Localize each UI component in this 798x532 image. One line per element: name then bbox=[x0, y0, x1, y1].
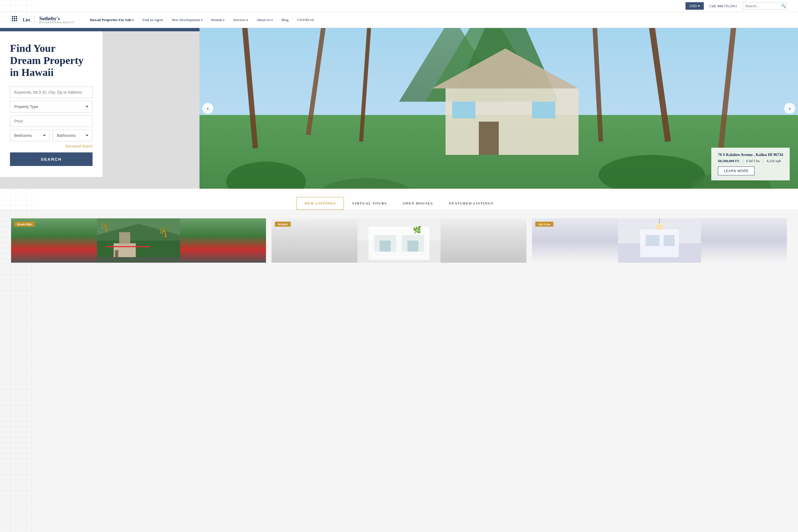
svg-rect-23 bbox=[479, 122, 499, 155]
listing-badge-keolu: Keolu Hills bbox=[14, 222, 35, 227]
tab-open-houses[interactable]: OPEN HOUSES bbox=[395, 197, 441, 210]
usd-button[interactable]: USD ▾ bbox=[685, 2, 704, 10]
svg-point-1 bbox=[14, 16, 15, 17]
property-price: $8,500,000 FS bbox=[718, 159, 739, 163]
svg-text:🌴: 🌴 bbox=[100, 222, 110, 232]
main-nav: Hawaii Properties For Sale ▾ Find an Age… bbox=[86, 16, 787, 24]
svg-point-66 bbox=[656, 223, 663, 230]
logo-divider bbox=[35, 15, 35, 25]
nav-item-rentals[interactable]: Rentals ▾ bbox=[207, 16, 229, 24]
svg-text:🌴: 🌴 bbox=[158, 226, 170, 238]
listing-card-waikiki[interactable]: 🌿 Waikiki bbox=[271, 218, 527, 263]
search-button[interactable]: SEARCH bbox=[10, 152, 93, 166]
listing-badge-saltlake: Salt Lake bbox=[535, 222, 553, 227]
carousel-prev-button[interactable]: ‹ bbox=[202, 103, 213, 114]
call-text: Call: 808.735.2411 bbox=[709, 4, 737, 8]
logo-sub: INTERNATIONAL REALTY bbox=[39, 22, 75, 24]
logo-sothebys: Sotheby's bbox=[39, 16, 75, 22]
svg-rect-21 bbox=[445, 89, 578, 155]
logo-dots-icon bbox=[11, 15, 20, 25]
property-address: 76 S Kalaheo Avenue , Kailua HI 96734 bbox=[718, 153, 783, 157]
svg-rect-25 bbox=[532, 102, 555, 118]
nav-item-find-agent[interactable]: Find an Agent bbox=[138, 16, 167, 24]
search-box-top: 🔍 bbox=[743, 2, 787, 10]
nav-item-covid[interactable]: COVID-19 bbox=[293, 16, 318, 24]
search-panel: Find Your Dream Property in Hawaii Prope… bbox=[0, 31, 102, 177]
svg-rect-47 bbox=[119, 232, 130, 245]
svg-rect-58 bbox=[380, 241, 391, 252]
svg-rect-52 bbox=[97, 257, 180, 263]
property-type-select[interactable]: Property Type Single Family Home Condo/T… bbox=[10, 101, 93, 113]
learn-more-button[interactable]: LEARN MORE bbox=[718, 167, 754, 175]
svg-point-6 bbox=[12, 20, 13, 21]
usd-chevron-icon: ▾ bbox=[698, 4, 700, 8]
svg-point-7 bbox=[14, 20, 15, 21]
svg-point-3 bbox=[12, 18, 13, 19]
tab-virtual-tours[interactable]: VIRTUAL TOURS bbox=[344, 197, 395, 210]
svg-rect-48 bbox=[115, 250, 118, 257]
chevron-down-icon: ▾ bbox=[223, 19, 225, 22]
tab-featured-listings[interactable]: FEATURED LISTINGS bbox=[441, 197, 502, 210]
svg-rect-49 bbox=[105, 246, 150, 247]
carousel-next-button[interactable]: › bbox=[784, 103, 795, 114]
property-details: $8,500,000 FS | 6 bd 5 ba | 4,326 sqft bbox=[718, 159, 783, 163]
usd-label: USD bbox=[689, 4, 697, 8]
svg-point-2 bbox=[16, 16, 17, 17]
svg-point-8 bbox=[16, 20, 17, 21]
search-input-top[interactable] bbox=[745, 4, 781, 8]
property-sqft: 4,326 sqft bbox=[767, 159, 781, 163]
top-bar: USD ▾ Call: 808.735.2411 🔍 bbox=[0, 0, 798, 12]
price-input[interactable] bbox=[10, 115, 93, 127]
svg-point-4 bbox=[14, 18, 15, 19]
hero-section: Find Your Dream Property in Hawaii Prope… bbox=[0, 28, 798, 189]
logo-text-area: Sotheby's INTERNATIONAL REALTY bbox=[39, 16, 75, 24]
tab-new-listings[interactable]: NEW LISTINGS bbox=[297, 197, 344, 210]
svg-text:🌿: 🌿 bbox=[413, 226, 422, 234]
logo-list-text: List bbox=[23, 17, 30, 22]
listing-badge-waikiki: Waikiki bbox=[275, 222, 291, 227]
listing-card-saltlake[interactable]: Salt Lake bbox=[532, 218, 787, 263]
listing-thumbnail: Salt Lake bbox=[532, 218, 787, 263]
hero-title: Find Your Dream Property in Hawaii bbox=[10, 42, 93, 79]
nav-item-hawaii-properties[interactable]: Hawaii Properties For Sale ▾ bbox=[86, 16, 138, 24]
hero-background-image: 🌴 🌴 🌴 🌴 🌴 🌴 bbox=[200, 28, 798, 189]
listing-thumbnail: 🌴 🌴 Keolu Hills bbox=[11, 218, 266, 263]
svg-point-0 bbox=[12, 16, 13, 17]
nav-item-blog[interactable]: Blog bbox=[277, 16, 293, 24]
svg-point-5 bbox=[16, 18, 17, 19]
bedrooms-select[interactable]: Bedrooms 1+ 2+ 3+ 4+ 5+ bbox=[10, 130, 50, 141]
search-icon: 🔍 bbox=[781, 4, 786, 8]
chevron-down-icon: ▾ bbox=[201, 19, 203, 22]
nav-item-new-developments[interactable]: New Developments ▾ bbox=[167, 16, 207, 24]
header: List Sotheby's INTERNATIONAL REALTY Hawa… bbox=[0, 12, 798, 28]
svg-rect-65 bbox=[664, 235, 675, 246]
chevron-down-icon: ▾ bbox=[132, 19, 134, 22]
listing-card-keolu[interactable]: 🌴 🌴 Keolu Hills bbox=[11, 218, 266, 263]
advanced-search-link[interactable]: Advanced Search bbox=[10, 144, 93, 149]
nav-item-services[interactable]: Services ▾ bbox=[229, 16, 252, 24]
chevron-down-icon: ▾ bbox=[271, 19, 273, 22]
bathrooms-select[interactable]: Bathrooms 1+ 2+ 3+ 4+ 5+ bbox=[53, 130, 93, 141]
tabs-section: NEW LISTINGS VIRTUAL TOURS OPEN HOUSES F… bbox=[0, 189, 798, 210]
nav-item-about-us[interactable]: About Us ▾ bbox=[252, 16, 277, 24]
bed-bath-row: Bedrooms 1+ 2+ 3+ 4+ 5+ Bathrooms 1+ 2+ … bbox=[10, 130, 93, 141]
chevron-down-icon: ▾ bbox=[246, 19, 248, 22]
logo-area: List Sotheby's INTERNATIONAL REALTY bbox=[11, 15, 74, 25]
svg-rect-64 bbox=[646, 235, 660, 246]
listings-section: 🌴 🌴 Keolu Hills 🌿 Waikiki bbox=[0, 210, 798, 271]
svg-rect-24 bbox=[452, 102, 475, 118]
keyword-search-input[interactable] bbox=[10, 87, 93, 98]
property-overlay: 76 S Kalaheo Avenue , Kailua HI 96734 $8… bbox=[711, 148, 790, 180]
listing-thumbnail: 🌿 Waikiki bbox=[271, 218, 527, 263]
property-baths: 5 ba bbox=[754, 159, 759, 163]
property-beds: 6 bd bbox=[746, 159, 753, 163]
svg-rect-59 bbox=[407, 241, 418, 252]
